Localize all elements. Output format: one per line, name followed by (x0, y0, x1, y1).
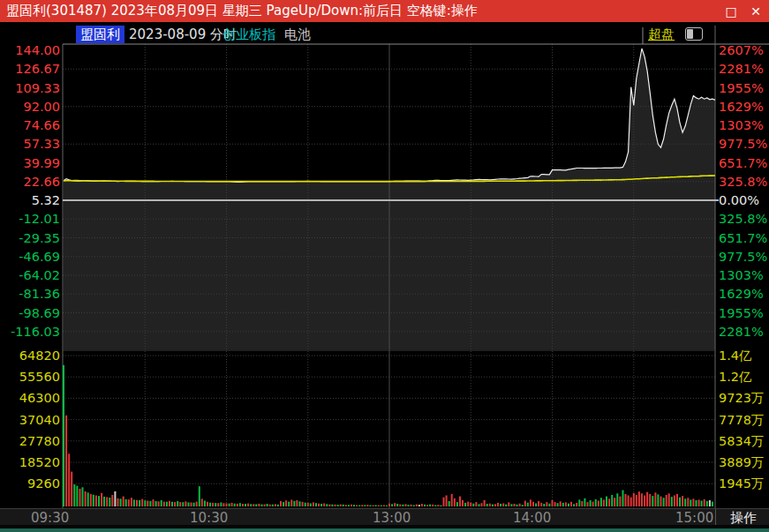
price-tick-up: 144.00 (2, 44, 60, 57)
price-tick-up: 57.33 (2, 138, 60, 151)
price-tick-down: -116.03 (2, 326, 60, 339)
price-tick-down: -81.36 (2, 288, 60, 301)
index-name-label[interactable]: 创业板指 (222, 26, 275, 43)
amount-tick: 1945万 (719, 477, 764, 491)
pct-tick-up: 2281% (719, 63, 764, 76)
pct-tick-down: 325.8% (719, 213, 767, 226)
pct-tick-up: 977.5% (719, 138, 767, 151)
app-window: 盟固利(301487) 2023年08月09日 星期三 PageUp/Down:… (0, 0, 769, 532)
price-tick-down: -12.01 (2, 213, 60, 226)
bottom-border-line (0, 528, 769, 532)
volume-tick: 18520 (2, 456, 60, 469)
time-label: 14:00 (513, 510, 551, 526)
pct-tick-up: 325.8% (719, 176, 767, 189)
window-title: 盟固利(301487) 2023年08月09日 星期三 PageUp/Down:… (6, 3, 478, 19)
price-tick-up: 74.66 (2, 119, 60, 132)
pct-tick-up: 651.7% (719, 157, 767, 170)
volume-tick: 9260 (2, 477, 60, 491)
time-label: 13:00 (373, 510, 411, 526)
volume-tick: 55560 (2, 371, 60, 384)
chart-date-period: 2023-08-09 分时 (129, 26, 237, 43)
bottom-strip (0, 525, 769, 532)
price-tick-down: -46.69 (2, 251, 60, 264)
time-label: 15:00 (675, 510, 713, 526)
amount-tick: 5834万 (719, 435, 764, 448)
pct-tick-base: 0.00% (719, 194, 759, 207)
pct-tick-up: 1303% (719, 119, 764, 132)
pct-tick-down: 651.7% (719, 232, 767, 245)
price-tick-base: 5.32 (2, 194, 60, 207)
side-panel-toggle-icon[interactable] (685, 27, 703, 41)
chart-area: 盟固利 2023-08-09 分时 创业板指 电池 超盘 144.00126.6… (0, 22, 769, 532)
amount-tick: 1.4亿 (719, 349, 752, 363)
price-tick-down: -29.35 (2, 232, 60, 245)
window-titlebar[interactable]: 盟固利(301487) 2023年08月09日 星期三 PageUp/Down:… (0, 0, 769, 22)
pct-tick-up: 1955% (719, 82, 764, 95)
window-controls: □ ✕ (723, 0, 764, 22)
chart-date: 2023-08-09 (129, 26, 206, 42)
volume-tick: 27780 (2, 435, 60, 448)
time-label: 09:30 (31, 510, 69, 526)
pct-tick-down: 1303% (719, 269, 764, 282)
time-axis-bar: 09:3010:3013:0014:0015:00 操作 (0, 508, 769, 525)
amount-tick: 7778万 (719, 414, 764, 427)
stock-name-chip[interactable]: 盟固利 (76, 26, 124, 43)
price-tick-up: 39.99 (2, 157, 60, 170)
volume-tick: 64820 (2, 349, 60, 363)
pct-tick-down: 1629% (719, 288, 764, 301)
price-tick-up: 109.33 (2, 82, 60, 95)
price-tick-up: 126.67 (2, 63, 60, 76)
price-tick-down: -64.02 (2, 269, 60, 282)
price-tick-down: -98.69 (2, 307, 60, 320)
amount-tick: 9723万 (719, 392, 764, 405)
pct-tick-up: 1629% (719, 101, 764, 114)
pct-tick-up: 2607% (719, 44, 764, 57)
volume-tick: 37040 (2, 414, 60, 427)
pct-tick-down: 977.5% (719, 251, 767, 264)
timebar-divider (715, 509, 716, 526)
close-button[interactable]: ✕ (748, 4, 764, 19)
industry-label[interactable]: 电池 (284, 26, 311, 43)
maximize-button[interactable]: □ (723, 4, 739, 19)
amount-tick: 1.2亿 (719, 371, 752, 384)
pct-tick-down: 2281% (719, 326, 764, 339)
super-panel-link[interactable]: 超盘 (648, 26, 675, 43)
price-tick-up: 22.66 (2, 176, 60, 189)
volume-tick: 46300 (2, 392, 60, 405)
amount-tick: 3889万 (719, 456, 764, 469)
intraday-chart-canvas[interactable] (0, 22, 769, 532)
time-label: 10:30 (190, 510, 228, 526)
pct-tick-down: 1955% (719, 307, 764, 320)
price-tick-up: 92.00 (2, 101, 60, 114)
